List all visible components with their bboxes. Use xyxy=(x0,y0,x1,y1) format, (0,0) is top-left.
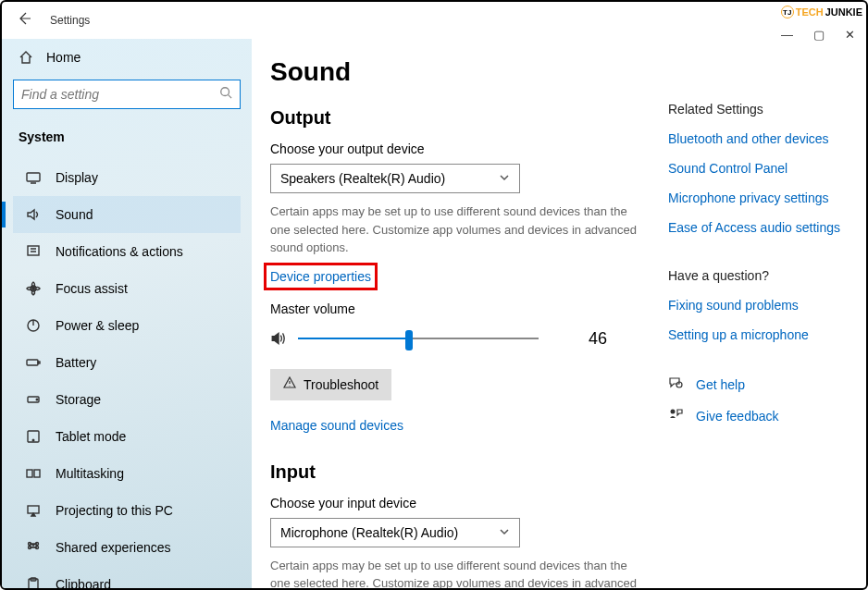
watermark: TJ TECHJUNKIE xyxy=(781,6,862,18)
related-link-bluetooth[interactable]: Bluetooth and other devices xyxy=(668,131,866,146)
input-device-dropdown[interactable]: Microphone (Realtek(R) Audio) xyxy=(270,518,520,547)
back-button[interactable] xyxy=(17,11,31,30)
search-icon xyxy=(219,86,232,103)
nav-item-tablet[interactable]: Tablet mode xyxy=(13,418,241,455)
volume-icon[interactable] xyxy=(270,330,287,347)
related-settings-block: Related Settings Bluetooth and other dev… xyxy=(668,102,866,235)
input-heading: Input xyxy=(270,461,640,483)
window-controls: — ▢ ✕ xyxy=(781,28,855,42)
question-heading: Have a question? xyxy=(668,268,866,283)
home-nav[interactable]: Home xyxy=(13,43,241,72)
feedback-icon xyxy=(668,407,683,425)
notifications-icon xyxy=(26,244,41,259)
related-link-ease-access[interactable]: Ease of Access audio settings xyxy=(668,220,866,235)
related-heading: Related Settings xyxy=(668,102,866,117)
svg-rect-6 xyxy=(38,362,40,363)
shared-icon xyxy=(26,540,41,555)
nav-label: Notifications & actions xyxy=(56,244,183,259)
nav-item-battery[interactable]: Battery xyxy=(13,344,241,381)
troubleshoot-button[interactable]: Troubleshoot xyxy=(270,369,391,400)
svg-point-0 xyxy=(221,88,229,96)
volume-slider[interactable] xyxy=(298,338,539,339)
storage-icon xyxy=(26,392,41,407)
nav-item-notifications[interactable]: Notifications & actions xyxy=(13,233,241,270)
output-device-selected: Speakers (Realtek(R) Audio) xyxy=(280,171,445,186)
nav-item-sound[interactable]: Sound xyxy=(13,196,241,233)
svg-rect-12 xyxy=(34,470,40,477)
battery-icon xyxy=(26,355,41,370)
close-button[interactable]: ✕ xyxy=(845,28,855,42)
minimize-button[interactable]: — xyxy=(781,28,793,42)
master-volume-section: Master volume 46 xyxy=(270,301,640,349)
category-header: System xyxy=(13,120,241,159)
output-heading: Output xyxy=(270,107,640,129)
nav-label: Projecting to this PC xyxy=(56,503,173,518)
sidebar: Home System Display Sound Notifications … xyxy=(2,39,252,588)
nav-label: Multitasking xyxy=(56,466,124,481)
nav-label: Shared experiences xyxy=(56,540,171,555)
warning-icon xyxy=(283,376,296,392)
main-column: Sound Output Choose your output device S… xyxy=(270,57,659,588)
clipboard-icon xyxy=(26,577,41,588)
titlebar: Settings — ▢ ✕ xyxy=(2,2,866,39)
question-link-fixing[interactable]: Fixing sound problems xyxy=(668,298,866,313)
nav-item-storage[interactable]: Storage xyxy=(13,381,241,418)
nav-list: Display Sound Notifications & actions Fo… xyxy=(13,159,241,588)
question-block: Have a question? Fixing sound problems S… xyxy=(668,268,866,342)
related-link-mic-privacy[interactable]: Microphone privacy settings xyxy=(668,191,866,205)
output-choose-label: Choose your output device xyxy=(270,141,640,156)
nav-label: Storage xyxy=(56,392,101,407)
output-device-properties-link[interactable]: Device properties xyxy=(270,269,371,284)
content: Sound Output Choose your output device S… xyxy=(252,39,866,588)
nav-label: Clipboard xyxy=(56,577,111,588)
nav-item-shared[interactable]: Shared experiences xyxy=(13,529,241,566)
nav-item-multitasking[interactable]: Multitasking xyxy=(13,455,241,492)
nav-label: Battery xyxy=(56,355,96,370)
svg-point-10 xyxy=(32,439,34,441)
input-choose-label: Choose your input device xyxy=(270,496,640,510)
chevron-down-icon xyxy=(499,525,510,540)
nav-item-power[interactable]: Power & sleep xyxy=(13,307,241,344)
svg-rect-2 xyxy=(28,246,39,255)
chevron-down-icon xyxy=(499,171,510,186)
display-icon xyxy=(26,170,41,185)
svg-point-21 xyxy=(671,410,676,414)
page-title: Sound xyxy=(270,57,640,87)
related-link-sound-control[interactable]: Sound Control Panel xyxy=(668,161,866,176)
maximize-button[interactable]: ▢ xyxy=(813,28,825,42)
svg-point-8 xyxy=(36,399,38,400)
home-icon xyxy=(19,50,33,65)
focus-assist-icon xyxy=(26,281,41,296)
power-icon xyxy=(26,318,41,333)
search-box[interactable] xyxy=(13,80,241,109)
troubleshoot-label: Troubleshoot xyxy=(304,377,378,392)
nav-label: Focus assist xyxy=(56,281,128,296)
master-volume-label: Master volume xyxy=(270,301,640,316)
support-block: Get help Give feedback xyxy=(668,375,866,425)
feedback-link[interactable]: Give feedback xyxy=(668,407,866,425)
nav-item-projecting[interactable]: Projecting to this PC xyxy=(13,492,241,529)
nav-item-display[interactable]: Display xyxy=(13,159,241,196)
manage-sound-devices-link[interactable]: Manage sound devices xyxy=(270,418,403,433)
chat-icon xyxy=(668,375,683,394)
app-title: Settings xyxy=(50,14,90,27)
output-device-dropdown[interactable]: Speakers (Realtek(R) Audio) xyxy=(270,164,520,193)
projecting-icon xyxy=(26,503,41,518)
output-help-text: Certain apps may be set up to use differ… xyxy=(270,203,640,257)
nav-label: Power & sleep xyxy=(56,318,139,333)
search-input[interactable] xyxy=(21,87,219,102)
svg-rect-11 xyxy=(27,470,32,477)
sound-icon xyxy=(26,207,41,222)
input-device-selected: Microphone (Realtek(R) Audio) xyxy=(280,525,458,540)
nav-label: Tablet mode xyxy=(56,429,126,444)
nav-item-clipboard[interactable]: Clipboard xyxy=(13,566,241,588)
feedback-label: Give feedback xyxy=(696,409,779,424)
side-column: Related Settings Bluetooth and other dev… xyxy=(659,57,866,588)
nav-label: Display xyxy=(56,170,98,185)
question-link-setup-mic[interactable]: Setting up a microphone xyxy=(668,327,866,342)
nav-item-focus-assist[interactable]: Focus assist xyxy=(13,270,241,307)
get-help-link[interactable]: Get help xyxy=(668,375,866,394)
volume-value: 46 xyxy=(589,329,607,349)
svg-rect-5 xyxy=(27,360,38,365)
svg-rect-1 xyxy=(27,173,40,181)
